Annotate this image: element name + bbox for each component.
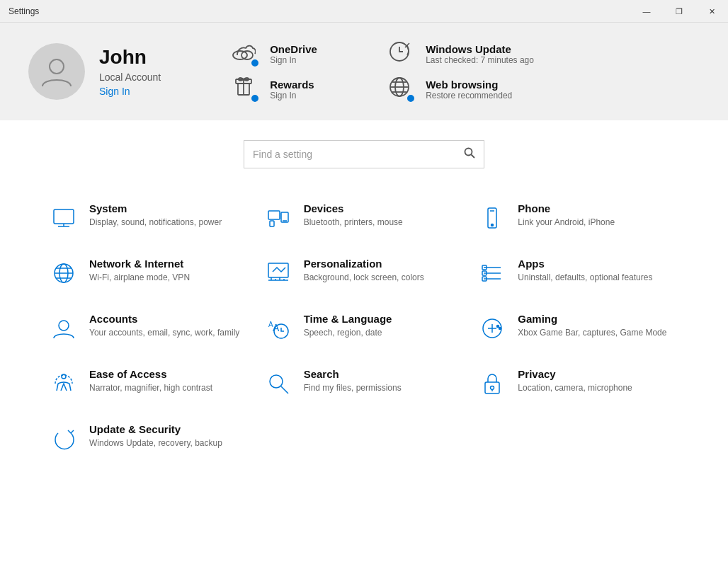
web-browsing-icon-wrap [387, 75, 416, 103]
svg-point-1 [233, 51, 247, 59]
web-browsing-info: Web browsing Restore recommended [426, 79, 512, 100]
personalization-icon [264, 259, 292, 287]
maximize-button[interactable]: ❐ [663, 0, 695, 23]
windows-update-sub: Last checked: 7 minutes ago [426, 55, 534, 65]
personalization-name: Personalization [304, 258, 424, 270]
settings-item-personalization[interactable]: Personalization Background, lock screen,… [257, 245, 472, 300]
title-bar: Settings — ❐ ✕ [0, 0, 728, 23]
settings-item-privacy[interactable]: Privacy Location, camera, microphone [471, 355, 686, 410]
search-settings-icon [264, 369, 292, 398]
ease-desc: Narrator, magnifier, high contrast [89, 382, 212, 394]
devices-icon [264, 204, 292, 232]
onedrive-info: OneDrive Sign In [270, 43, 317, 65]
search-input[interactable] [253, 149, 464, 160]
svg-point-50 [491, 386, 494, 390]
time-name: Time & Language [304, 313, 392, 325]
settings-item-accounts[interactable]: Accounts Your accounts, email, sync, wor… [42, 300, 257, 355]
windows-update-icon-wrap [387, 40, 416, 68]
rewards-info: Rewards Sign In [270, 79, 314, 100]
network-name: Network & Internet [89, 258, 190, 270]
system-icon [50, 204, 78, 232]
svg-line-13 [472, 155, 475, 159]
phone-name: Phone [518, 202, 615, 214]
phone-desc: Link your Android, iPhone [518, 217, 615, 229]
rewards-name: Rewards [270, 79, 314, 91]
close-button[interactable]: ✕ [695, 0, 728, 23]
accounts-icon [50, 314, 78, 343]
rewards-sub: Sign In [270, 91, 314, 100]
ease-name: Ease of Access [89, 368, 212, 380]
settings-item-time[interactable]: A A Time & Language Speech, region, date [257, 300, 472, 355]
service-web-browsing[interactable]: Web browsing Restore recommended [387, 75, 586, 103]
svg-line-48 [281, 386, 288, 393]
profile-signin-link[interactable]: Sign In [99, 86, 161, 97]
svg-text:A: A [273, 322, 280, 333]
profile-account-type: Local Account [99, 71, 161, 83]
personalization-desc: Background, lock screen, colors [304, 272, 424, 284]
accounts-desc: Your accounts, email, sync, work, family [89, 327, 239, 339]
privacy-desc: Location, camera, microphone [518, 382, 632, 394]
svg-point-47 [270, 375, 283, 388]
windows-update-info: Windows Update Last checked: 7 minutes a… [426, 43, 534, 65]
header-services: OneDrive Sign In Windows Update Last che… [232, 40, 586, 103]
onedrive-name: OneDrive [270, 43, 317, 55]
accounts-name: Accounts [89, 313, 239, 325]
gaming-name: Gaming [518, 313, 666, 325]
settings-item-search[interactable]: Search Find my files, permissions [257, 355, 472, 410]
search-settings-name: Search [304, 368, 402, 380]
settings-item-apps[interactable]: Apps Uninstall, defaults, optional featu… [471, 245, 686, 300]
app-title: Settings [8, 6, 39, 16]
search-section [0, 120, 728, 183]
settings-item-system[interactable]: System Display, sound, notifications, po… [42, 190, 257, 245]
svg-rect-14 [54, 209, 74, 224]
avatar [28, 43, 85, 100]
settings-item-devices[interactable]: Devices Bluetooth, printers, mouse [257, 190, 472, 245]
svg-rect-17 [268, 211, 280, 219]
settings-grid: System Display, sound, notifications, po… [0, 183, 728, 473]
header-section: John Local Account Sign In OneDrive Sign… [0, 23, 728, 120]
network-icon [50, 259, 78, 287]
settings-item-gaming[interactable]: Gaming Xbox Game Bar, captures, Game Mod… [471, 300, 686, 355]
onedrive-sub: Sign In [270, 55, 317, 65]
minimize-button[interactable]: — [630, 0, 663, 23]
svg-point-22 [491, 224, 494, 226]
web-browsing-sub: Restore recommended [426, 91, 512, 100]
rewards-status-dot [250, 93, 260, 103]
windows-update-name: Windows Update [426, 43, 534, 55]
service-windows-update[interactable]: Windows Update Last checked: 7 minutes a… [387, 40, 586, 68]
svg-point-37 [59, 321, 69, 331]
update-name: Update & Security [89, 423, 222, 435]
svg-point-45 [499, 328, 501, 330]
profile-name: John [99, 46, 161, 69]
apps-icon [478, 259, 506, 287]
settings-item-network[interactable]: Network & Internet Wi-Fi, airplane mode,… [42, 245, 257, 300]
time-desc: Speech, region, date [304, 327, 392, 339]
search-settings-desc: Find my files, permissions [304, 382, 402, 394]
onedrive-icon-wrap [232, 40, 260, 68]
web-browsing-status-dot [406, 93, 416, 103]
settings-item-ease[interactable]: Ease of Access Narrator, magnifier, high… [42, 355, 257, 410]
privacy-name: Privacy [518, 368, 632, 380]
service-rewards[interactable]: Rewards Sign In [232, 75, 373, 103]
settings-item-update[interactable]: Update & Security Windows Update, recove… [42, 410, 257, 466]
svg-point-44 [497, 326, 499, 328]
devices-desc: Bluetooth, printers, mouse [304, 217, 403, 229]
profile-area: John Local Account Sign In [28, 43, 161, 100]
update-icon [50, 425, 78, 453]
settings-item-phone[interactable]: Phone Link your Android, iPhone [471, 190, 686, 245]
search-icon[interactable] [464, 147, 475, 161]
network-desc: Wi-Fi, airplane mode, VPN [89, 272, 190, 284]
profile-info: John Local Account Sign In [99, 46, 161, 97]
gaming-desc: Xbox Game Bar, captures, Game Mode [518, 327, 666, 339]
service-onedrive[interactable]: OneDrive Sign In [232, 40, 373, 68]
search-box[interactable] [244, 140, 484, 168]
svg-rect-18 [270, 221, 274, 226]
svg-rect-49 [485, 382, 499, 393]
svg-point-12 [465, 149, 472, 156]
phone-icon [478, 204, 506, 232]
ease-icon [50, 369, 78, 398]
rewards-icon-wrap [232, 75, 260, 103]
devices-name: Devices [304, 202, 403, 214]
system-desc: Display, sound, notifications, power [89, 217, 222, 229]
time-icon: A A [264, 314, 292, 343]
